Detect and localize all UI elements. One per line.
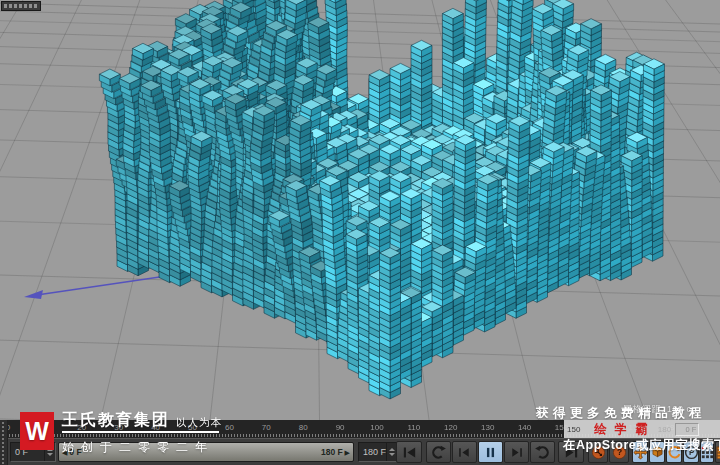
cinema4d-window: 网格间距: 100 cm 010203040506070809010011012… (0, 0, 720, 465)
next-key-button[interactable] (530, 441, 555, 463)
prev-key-button[interactable] (426, 441, 451, 463)
brand-logo: W (20, 412, 54, 450)
ruler-tick: 60 (225, 423, 234, 432)
brand-title: 王氏教育集团 (62, 410, 170, 431)
watermark-band: 150 绘学霸 180 0 F (564, 420, 720, 438)
ruler-tick: 130 (481, 423, 494, 432)
palette-drag-handle[interactable] (0, 420, 8, 465)
goto-start-button[interactable] (396, 441, 422, 463)
arc-arrow-cw-icon (534, 444, 551, 461)
brand-underline (62, 431, 219, 433)
play-pause-button[interactable] (478, 441, 503, 463)
brand-founded-line: 始创于二零零二年 (62, 439, 214, 456)
ruler-tick: 100 (370, 423, 383, 432)
skip-to-start-icon (401, 444, 418, 461)
ruler-tick: 120 (444, 423, 457, 432)
ruler-mini-box: 0 F (675, 423, 699, 436)
watermark-promo-bottom: 在AppStore或应用宝搜索下载 (563, 437, 720, 454)
next-frame-button[interactable] (504, 441, 529, 463)
pause-icon (482, 444, 499, 461)
ruler-tick: 90 (336, 423, 345, 432)
prev-frame-button[interactable] (452, 441, 477, 463)
ruler-tick: 70 (262, 423, 271, 432)
step-forward-icon (508, 444, 525, 461)
brand-slogan: 以人为本 (176, 416, 222, 430)
range-end-grip[interactable]: 180 F ▶ (321, 447, 350, 457)
viewport-menu-badge[interactable] (1, 1, 41, 11)
step-back-icon (456, 444, 473, 461)
viewport-3d[interactable] (0, 0, 720, 420)
ruler-tick: 80 (299, 423, 308, 432)
viewport-menu-text (4, 4, 38, 8)
ruler-label-180: 180 (658, 425, 671, 434)
end-frame-field[interactable]: 180 F (358, 442, 398, 462)
ruler-label-150: 150 (567, 425, 580, 434)
end-frame-value: 180 F (363, 447, 386, 457)
ruler-tick: 140 (518, 423, 531, 432)
watermark-app-name: 绘学霸 (594, 421, 656, 438)
arc-arrow-ccw-icon (430, 444, 447, 461)
ruler-tick: 110 (408, 423, 421, 432)
